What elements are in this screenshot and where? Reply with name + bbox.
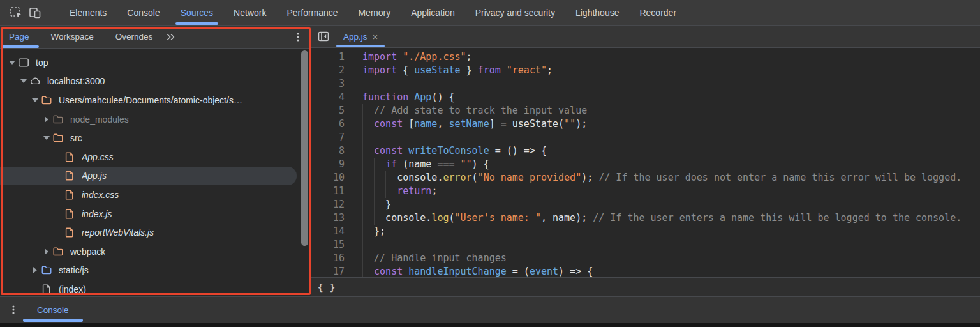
code-editor[interactable]: 1import "./App.css";2import { useState }…	[311, 48, 980, 277]
code-line[interactable]: 3	[311, 77, 980, 91]
indent-guide	[362, 131, 363, 144]
frame-icon	[18, 57, 29, 68]
line-number[interactable]: 14	[311, 225, 345, 238]
indent-guide	[374, 211, 375, 225]
indent-guide	[362, 171, 363, 185]
tab-performance[interactable]: Performance	[276, 0, 348, 25]
code-line[interactable]: 4function App() {	[311, 91, 980, 104]
tree-expandd-arrow-icon[interactable]	[29, 98, 41, 102]
kebab-menu-icon[interactable]	[5, 297, 22, 323]
tab-memory[interactable]: Memory	[348, 0, 401, 25]
tree-collapsed-arrow-icon[interactable]	[41, 248, 52, 255]
tree-expandd-arrow-icon[interactable]	[6, 61, 18, 65]
chevron-double-right-icon[interactable]	[166, 32, 176, 42]
tree-item-node-modules[interactable]: node_modules	[0, 110, 311, 129]
tree-item-reportwebvitals-js[interactable]: reportWebVitals.js	[0, 223, 311, 242]
tab-lighthouse[interactable]: Lighthouse	[565, 0, 630, 25]
line-number[interactable]: 7	[311, 131, 345, 144]
tree-item-top[interactable]: top	[0, 53, 311, 72]
tree-item-localhost-3000[interactable]: localhost:3000	[0, 72, 311, 91]
tree-expandd-arrow-icon[interactable]	[41, 136, 52, 140]
tree-item-index[interactable]: (index)	[0, 280, 311, 296]
line-number[interactable]: 16	[311, 252, 345, 265]
sidebar-scrollbar[interactable]	[301, 50, 308, 246]
code-line-content: import "./App.css";	[345, 50, 980, 64]
code-line[interactable]: 1import "./App.css";	[311, 50, 980, 64]
code-line-content	[345, 131, 980, 144]
code-line[interactable]: 17 const handleInputChange = (event) => …	[311, 265, 980, 277]
line-number[interactable]: 6	[311, 118, 345, 131]
code-line[interactable]: 10 console.error("No name provided"); //…	[311, 171, 980, 185]
code-line[interactable]: 14 };	[311, 225, 980, 238]
tree-item-label: index.js	[82, 209, 112, 219]
tree-collapsed-arrow-icon[interactable]	[29, 267, 41, 273]
folder-icon	[52, 246, 64, 257]
toggle-navigator-icon[interactable]	[311, 26, 336, 47]
code-line-content: return;	[345, 185, 980, 198]
tree-collapsed-arrow-icon[interactable]	[41, 116, 52, 123]
tab-application[interactable]: Application	[401, 0, 465, 25]
tree-item-static-js[interactable]: static/js	[0, 261, 311, 280]
code-line[interactable]: 13 console.log("User's name: ", name); /…	[311, 211, 980, 225]
line-number[interactable]: 4	[311, 91, 345, 104]
pretty-print-icon[interactable]: { }	[318, 282, 336, 293]
editor-tab-app-js[interactable]: App.js ×	[336, 26, 385, 47]
line-number[interactable]: 12	[311, 198, 345, 211]
close-tab-icon[interactable]: ×	[373, 31, 378, 42]
tab-sources[interactable]: Sources	[170, 0, 223, 25]
tree-item-src[interactable]: src	[0, 128, 311, 148]
line-number[interactable]: 2	[311, 64, 345, 77]
code-line[interactable]: 11 return;	[311, 185, 980, 198]
file-icon	[64, 208, 75, 220]
device-toolbar-icon[interactable]	[26, 4, 45, 22]
navigator-tab-workspace[interactable]: Workspace	[40, 26, 105, 48]
line-number[interactable]: 8	[311, 144, 345, 158]
code-line-content	[345, 77, 980, 91]
tab-network[interactable]: Network	[223, 0, 276, 25]
kebab-menu-icon[interactable]	[293, 31, 303, 43]
navigator-tab-page[interactable]: Page	[0, 26, 40, 48]
indent-guide	[362, 185, 363, 198]
code-line-content: function App() {	[345, 91, 980, 104]
code-line[interactable]: 8 const writeToConsole = () => {	[311, 144, 980, 158]
drawer-tab-console[interactable]: Console	[22, 297, 84, 323]
code-line-content	[345, 238, 980, 252]
code-line[interactable]: 5 // Add state to track the input value	[311, 104, 980, 118]
tree-expandd-arrow-icon[interactable]	[18, 79, 29, 83]
line-number[interactable]: 5	[311, 104, 345, 118]
editor-tab-label: App.js	[343, 32, 368, 42]
tab-elements[interactable]: Elements	[59, 0, 117, 25]
code-line[interactable]: 12 }	[311, 198, 980, 211]
line-number[interactable]: 3	[311, 77, 345, 91]
line-number[interactable]: 15	[311, 238, 345, 252]
code-line-content: const writeToConsole = () => {	[345, 144, 980, 158]
toolbar-divider	[50, 7, 50, 19]
line-number[interactable]: 10	[311, 171, 345, 185]
line-number[interactable]: 13	[311, 211, 345, 225]
code-line[interactable]: 16 // Handle input changes	[311, 252, 980, 265]
inspect-icon[interactable]	[6, 4, 26, 22]
code-line[interactable]: 2import { useState } from "react";	[311, 64, 980, 77]
tree-item-app-css[interactable]: App.css	[0, 148, 311, 167]
line-number[interactable]: 1	[311, 50, 345, 64]
tree-item-label: App.js	[82, 171, 107, 181]
code-line[interactable]: 6 const [name, setName] = useState("");	[311, 118, 980, 131]
tree-item-webpack[interactable]: webpack	[0, 242, 311, 261]
tree-item-label: localhost:3000	[47, 76, 105, 86]
indent-guide	[374, 158, 375, 171]
tree-item-index-js[interactable]: index.js	[0, 204, 311, 224]
tab-privacy-and-security[interactable]: Privacy and security	[465, 0, 565, 25]
tree-item-app-js[interactable]: App.js	[0, 167, 297, 186]
code-line[interactable]: 7	[311, 131, 980, 144]
code-line[interactable]: 15	[311, 238, 980, 252]
line-number[interactable]: 11	[311, 185, 345, 198]
code-line[interactable]: 9 if (name === "") {	[311, 158, 980, 171]
tab-recorder[interactable]: Recorder	[629, 0, 687, 25]
navigator-tab-overrides[interactable]: Overrides	[105, 26, 164, 48]
line-number[interactable]: 17	[311, 265, 345, 277]
line-number[interactable]: 9	[311, 158, 345, 171]
code-line-content: import { useState } from "react";	[345, 64, 980, 77]
tab-console[interactable]: Console	[117, 0, 170, 25]
tree-item-users-mahculee-documents-atomic-object-s[interactable]: Users/mahculee/Documents/atomic-object/s…	[0, 91, 311, 110]
tree-item-index-css[interactable]: index.css	[0, 185, 311, 204]
